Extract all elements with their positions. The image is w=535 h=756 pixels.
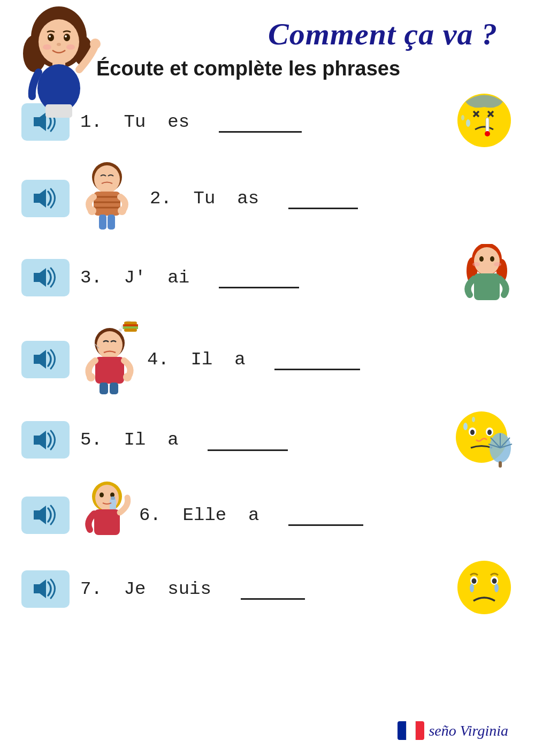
exercise-row-4: 4. Il a <box>21 320 514 398</box>
svg-point-86 <box>457 561 511 614</box>
sentence-text-6: 6. Elle a <box>139 505 281 525</box>
svg-rect-34 <box>99 215 106 230</box>
svg-point-9 <box>43 44 51 50</box>
svg-rect-54 <box>124 329 137 332</box>
svg-point-32 <box>88 207 96 215</box>
svg-rect-46 <box>474 273 500 300</box>
svg-point-69 <box>472 417 475 422</box>
svg-point-5 <box>64 34 70 41</box>
svg-point-42 <box>490 256 494 262</box>
svg-rect-61 <box>110 383 118 394</box>
illustration-7 <box>455 558 514 620</box>
svg-point-45 <box>494 262 501 266</box>
svg-point-90 <box>492 578 497 584</box>
blank-4 <box>274 348 360 370</box>
illustration-1 <box>455 91 514 152</box>
sentence-6: 6. Elle a <box>139 504 514 526</box>
svg-point-41 <box>479 256 484 262</box>
svg-marker-47 <box>34 350 46 369</box>
svg-point-27 <box>94 165 120 193</box>
blank-5 <box>208 429 288 451</box>
illustration-5 <box>452 408 514 472</box>
blank-2 <box>288 187 358 209</box>
sentence-text-4: 4. Il a <box>147 349 267 370</box>
svg-point-91 <box>470 584 474 592</box>
sentence-7: 7. Je suis <box>80 578 449 600</box>
exercises-container: 1. Tu es <box>21 91 514 624</box>
page-subtitle: Écoute et complète les phrases <box>96 57 514 80</box>
sentence-4: 4. Il a <box>147 348 514 370</box>
svg-point-92 <box>494 584 499 592</box>
svg-point-13 <box>90 39 101 49</box>
france-flag <box>398 721 424 740</box>
svg-point-59 <box>123 373 132 381</box>
svg-point-8 <box>57 43 61 46</box>
exercise-row-3: 3. J' ai <box>21 244 514 311</box>
svg-rect-14 <box>45 104 72 118</box>
brand-label: seño Virginia <box>429 722 508 739</box>
exercise-row-5: 5. Il a <box>21 408 514 472</box>
exercise-row-7: 7. Je suis <box>21 558 514 620</box>
svg-point-67 <box>487 430 492 435</box>
illustration-6 <box>80 482 134 548</box>
svg-point-80 <box>100 493 104 498</box>
sentence-5: 5. Il a <box>80 429 447 451</box>
svg-point-56 <box>97 331 123 359</box>
svg-rect-82 <box>110 499 116 510</box>
svg-point-10 <box>66 44 75 50</box>
sentence-3: 3. J' ai <box>80 266 455 288</box>
blank-3 <box>219 266 299 288</box>
speaker-button-5[interactable] <box>21 421 70 459</box>
teacher-illustration <box>16 5 102 112</box>
svg-point-22 <box>485 131 490 136</box>
svg-marker-36 <box>34 268 46 287</box>
svg-point-3 <box>39 19 79 64</box>
svg-rect-28 <box>94 192 120 216</box>
svg-point-88 <box>472 578 477 584</box>
svg-point-44 <box>472 262 480 266</box>
svg-point-43 <box>477 263 496 272</box>
sentence-text-2: 2. Tu as <box>150 188 281 209</box>
svg-point-24 <box>461 115 464 120</box>
svg-point-4 <box>48 34 54 41</box>
speaker-button-6[interactable] <box>21 497 70 534</box>
svg-point-65 <box>470 430 475 435</box>
illustration-3 <box>460 244 514 311</box>
svg-rect-84 <box>94 509 120 535</box>
speaker-button-4[interactable] <box>21 341 70 378</box>
svg-point-48 <box>119 329 122 332</box>
illustration-2 <box>80 162 134 234</box>
sentence-text-3: 3. J' ai <box>80 268 211 288</box>
svg-marker-77 <box>34 506 46 524</box>
svg-rect-21 <box>486 118 489 133</box>
sentence-text-5: 5. Il a <box>80 430 200 450</box>
illustration-4 <box>80 320 142 398</box>
speaker-button-2[interactable] <box>21 180 70 217</box>
svg-marker-85 <box>34 579 46 598</box>
sentence-1: 1. Tu es <box>80 111 455 133</box>
speaker-button-7[interactable] <box>21 570 70 608</box>
svg-rect-60 <box>100 383 108 394</box>
svg-point-23 <box>466 119 470 127</box>
blank-7 <box>241 578 305 600</box>
svg-rect-35 <box>108 215 115 230</box>
blank-1 <box>219 111 302 133</box>
page: Comment ça va ? Écoute et complète les p… <box>0 0 535 756</box>
blank-6 <box>288 504 363 526</box>
exercise-row-2: 2. Tu as <box>21 162 514 234</box>
svg-point-68 <box>463 423 468 430</box>
svg-point-33 <box>118 207 126 215</box>
svg-point-58 <box>87 373 95 381</box>
svg-rect-83 <box>111 497 115 500</box>
sentence-text-7: 7. Je suis <box>80 579 233 599</box>
svg-point-7 <box>65 35 67 37</box>
svg-marker-62 <box>34 431 46 449</box>
speaker-button-3[interactable] <box>21 259 70 296</box>
sentence-2: 2. Tu as <box>150 187 514 209</box>
exercise-row-6: 6. Elle a <box>21 482 514 548</box>
svg-point-6 <box>49 35 51 37</box>
branding-section: seño Virginia <box>398 721 508 740</box>
svg-rect-76 <box>499 461 502 468</box>
svg-rect-57 <box>95 357 124 384</box>
svg-marker-25 <box>34 189 46 208</box>
